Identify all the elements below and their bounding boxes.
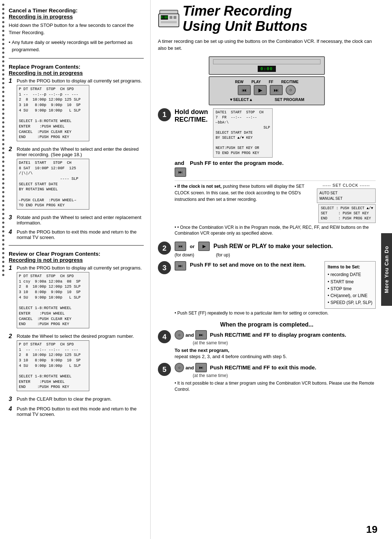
step1-subtitle: REC/TIME. bbox=[175, 116, 208, 123]
item-speed: • SPEED (SP, LP, SLP) bbox=[328, 299, 372, 306]
bullet-icon: • bbox=[9, 39, 11, 53]
step2-content: Rotate and push the Wheel to select and … bbox=[17, 146, 144, 211]
cancel-section: Cancel a Timer Recording: Recording is i… bbox=[9, 7, 144, 53]
vcr-nav: ▼SELECT▲ SET PROGRAM bbox=[213, 97, 320, 102]
ff-btn-step3[interactable]: ⏭ bbox=[175, 261, 186, 271]
step5-container: 5 ○ and ⏭ Push REC/TIME and FF to exit t… bbox=[158, 363, 376, 394]
review-step2: 2 Rotate the Wheel to select the desired… bbox=[9, 333, 144, 393]
ff-btn-step4[interactable]: ⏭ bbox=[195, 330, 207, 340]
rstep-number-3: 3 bbox=[9, 396, 14, 402]
rstep-number-1: 1 bbox=[9, 265, 14, 271]
step-number-2: 2 bbox=[9, 146, 14, 153]
step4-same-time: (at the same time) bbox=[193, 340, 376, 345]
vcr-button-labels: REW PLAY FF REC/TIME bbox=[213, 80, 320, 84]
item-date: • recording DATE bbox=[328, 271, 372, 278]
step3-circle: 3 bbox=[158, 261, 171, 274]
next-program-body: repeat steps 2, 3, and 4 before continui… bbox=[175, 354, 376, 359]
step2-container: 2 ⏮ or ▶ Push REW or PLAY to make your s… bbox=[158, 242, 376, 258]
step3-push-text: Push FF to set and move on to the next i… bbox=[190, 261, 321, 268]
step4-circle: 4 bbox=[158, 330, 171, 343]
replace-step2: 2 Rotate and push the Wheel to select an… bbox=[9, 146, 144, 211]
intro-text: A timer recording can be set up using th… bbox=[158, 38, 376, 52]
once-combined-note: • • Once the Combination VCR is in the P… bbox=[175, 224, 376, 237]
rstep3-content: Push the CLEAR button to clear the progr… bbox=[17, 396, 144, 402]
vcr-display: 0:00 bbox=[258, 66, 276, 72]
auto-set-box: AUTO SET MANUAL SET bbox=[317, 189, 376, 203]
step2-push-text: Push REW or PLAY to make your selection. bbox=[213, 243, 333, 250]
set-clock-header: ----- SET CLOCK ------ bbox=[317, 183, 376, 187]
step5-note: • It is not possible to clear a timer pr… bbox=[175, 380, 376, 393]
screen-display-1: P DT STRAT STOP CH SPD 1 -- --:--p --:--… bbox=[17, 85, 89, 141]
cancel-body: Hold down the STOP button for a few seco… bbox=[9, 22, 144, 36]
rectime-btn-step4[interactable]: ○ bbox=[175, 330, 184, 340]
cancel-bullet: • Any future daily or weekly recordings … bbox=[9, 39, 144, 53]
svg-rect-5 bbox=[161, 21, 177, 23]
replace-step3: 3 Rotate and push the Wheel to select an… bbox=[9, 215, 144, 226]
rstep2-content: Rotate the Wheel to select the desired p… bbox=[17, 333, 144, 393]
rstep4-content: Push the PROG button to exit this mode a… bbox=[17, 406, 144, 417]
play-button[interactable]: ▶ bbox=[254, 85, 267, 95]
rectime-btn-step5[interactable]: ○ bbox=[175, 363, 184, 372]
divider1 bbox=[9, 58, 144, 58]
ff-button[interactable]: ⏭ bbox=[270, 85, 283, 95]
vcr-illustration: 0:00 REW PLAY FF REC/TIME ⏮ ▶ ⏭ bbox=[158, 56, 376, 105]
item-start: • START time bbox=[328, 279, 372, 285]
screen-display-r2: P DT STRAT STOP CH SPD 1 -- --:-- --:-- … bbox=[17, 340, 89, 391]
items-title: Items to be Set: bbox=[328, 264, 372, 271]
review-step1: 1 Push the PROG button to display all cu… bbox=[9, 265, 144, 330]
step-number-1: 1 bbox=[9, 78, 14, 84]
svg-rect-6 bbox=[160, 10, 178, 14]
timer-icon: 0:00 bbox=[158, 9, 180, 29]
replace-title: Replace Program Contents: Recording is n… bbox=[9, 64, 144, 76]
step4-push-text: Push REC/TIME and FF to display program … bbox=[210, 331, 346, 339]
ff-btn-small[interactable]: ⏭ bbox=[175, 167, 186, 177]
step3-content: Rotate and push the Wheel to select and … bbox=[17, 215, 144, 226]
step2-circle: 2 bbox=[158, 242, 171, 255]
review-step4: 4 Push the PROG button to exit this mode… bbox=[9, 406, 144, 417]
ff-btn-step5[interactable]: ⏭ bbox=[195, 363, 207, 372]
step1-circle: 1 bbox=[158, 108, 171, 121]
review-step3: 3 Push the CLEAR button to clear the pro… bbox=[9, 396, 144, 402]
step2-content: ⏮ or ▶ Push REW or PLAY to make your sel… bbox=[175, 242, 376, 258]
and-step4: and bbox=[185, 332, 194, 338]
step3-container: 3 ⏭ Push FF to set and move on to the ne… bbox=[158, 261, 376, 318]
item-stop: • STOP time bbox=[328, 285, 372, 292]
if-clock-title: • If the clock is not set, bbox=[175, 184, 222, 189]
title-section: 0:00 Timer Recording Using Unit Buttons bbox=[158, 4, 376, 34]
clock-note: • If the clock is not set, pushing these… bbox=[175, 181, 376, 237]
vcr-buttons: ⏮ ▶ ⏭ ○ bbox=[213, 85, 320, 95]
screen-display-r1: P DT STRAT STOP CH SPD 1 csy 9:00a 12:00… bbox=[17, 272, 89, 328]
step2-labels: (for down) (for up) bbox=[175, 252, 376, 258]
review-section: Review or Clear Program Contents: Record… bbox=[9, 251, 144, 417]
svg-rect-4 bbox=[173, 16, 176, 19]
and-label: and bbox=[175, 160, 186, 166]
page-number: 19 bbox=[366, 524, 377, 535]
rew-btn-small[interactable]: ⏮ bbox=[175, 242, 186, 251]
review-title: Review or Clear Program Contents: Record… bbox=[9, 251, 144, 263]
rectime-button[interactable]: ○ bbox=[286, 85, 296, 95]
step5-circle: 5 bbox=[158, 363, 171, 376]
rew-button[interactable]: ⏮ bbox=[238, 85, 251, 95]
and-step5: and bbox=[185, 365, 194, 370]
completed-text: When the program is completed... bbox=[158, 321, 376, 328]
dot-border bbox=[0, 0, 7, 539]
step1-content: Push the PROG button to display all curr… bbox=[17, 78, 144, 143]
item-ch: • CH(annel), or LINE bbox=[328, 292, 372, 299]
left-column: Cancel a Timer Recording: Recording is i… bbox=[0, 0, 151, 539]
step1-title: Hold down bbox=[175, 108, 208, 116]
step1-info-box: DATE1 START STOP CH 7 FR --:-- --:-- ←bb… bbox=[213, 108, 273, 158]
step3-content: ⏭ Push FF to set and move on to the next… bbox=[175, 261, 376, 318]
play-btn-small[interactable]: ▶ bbox=[198, 242, 210, 251]
replace-section: Replace Program Contents: Recording is n… bbox=[9, 64, 144, 240]
sidebar-tab: More You Can Do bbox=[381, 233, 392, 306]
screen-display-2: DATE1 START STOP CH 8 SAT 10:00P 12:00F … bbox=[17, 159, 89, 210]
step1-container: 1 Hold down REC/TIME. DATE1 START STOP C… bbox=[158, 108, 376, 238]
svg-text:0:00: 0:00 bbox=[161, 16, 168, 19]
svg-rect-3 bbox=[170, 16, 172, 19]
cancel-title: Cancel a Timer Recording: Recording is i… bbox=[9, 7, 144, 20]
step3-note: • Push SET (FF) repeatedly to move to a … bbox=[175, 310, 376, 316]
rstep-number-4: 4 bbox=[9, 406, 14, 412]
rstep1-content: Push the PROG button to display all curr… bbox=[17, 265, 144, 330]
step5-push-text: Push REC/TIME and FF to exit this mode. bbox=[210, 364, 316, 371]
divider2 bbox=[9, 245, 144, 246]
